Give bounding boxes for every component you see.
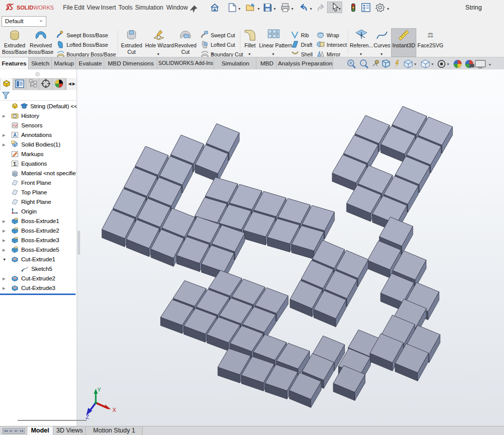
- svg-text:▾: ▾: [414, 62, 416, 66]
- svg-text:Y: Y: [97, 387, 101, 393]
- svg-text:X: X: [112, 407, 116, 413]
- svg-text:Σ: Σ: [13, 161, 17, 167]
- svg-text:⚖: ⚖: [427, 31, 433, 39]
- svg-text:▾: ▾: [489, 62, 491, 67]
- svg-text:▾: ▾: [447, 62, 449, 66]
- svg-text:A: A: [13, 132, 17, 138]
- svg-text:SOLIDWORKS: SOLIDWORKS: [17, 5, 54, 11]
- svg-text:▾: ▾: [431, 62, 433, 66]
- svg-text:Z: Z: [86, 414, 89, 420]
